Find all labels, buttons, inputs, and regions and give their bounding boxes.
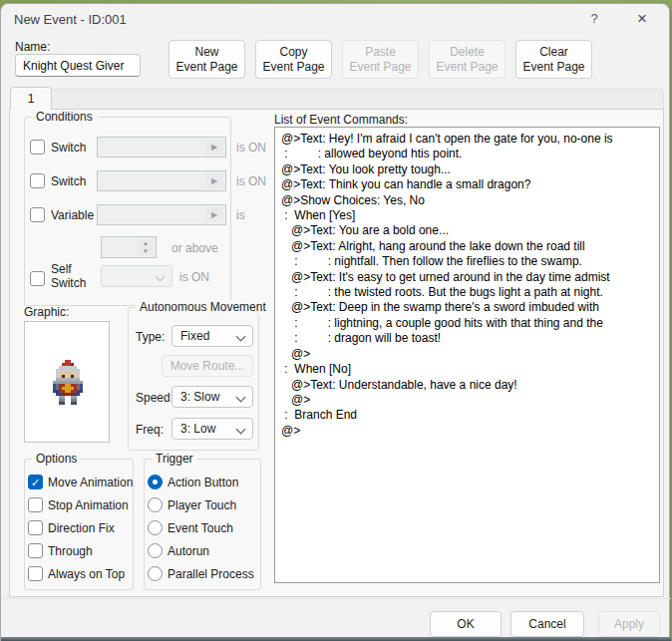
- command-line[interactable]: : : nightfall. Then follow the fireflies…: [281, 254, 653, 269]
- autonomous-movement-title: Autonomous Movement: [136, 300, 270, 314]
- spinner-up-icon[interactable]: ▲: [138, 239, 154, 247]
- event-commands-label: List of Event Commands:: [274, 113, 408, 127]
- speed-dropdown[interactable]: 3: Slow: [171, 386, 253, 408]
- command-line[interactable]: : : dragon will be toast!: [281, 331, 653, 346]
- name-label: Name:: [15, 40, 50, 54]
- copy-event-page-button[interactable]: Copy Event Page: [255, 40, 332, 79]
- command-line[interactable]: @>: [281, 424, 653, 439]
- delete-event-page-button[interactable]: Delete Event Page: [429, 40, 505, 79]
- autorun-radio[interactable]: [148, 543, 163, 558]
- event-touch-radio[interactable]: [148, 520, 163, 535]
- switch2-label: Switch: [51, 174, 86, 188]
- direction-fix-checkbox[interactable]: [28, 520, 43, 535]
- command-line[interactable]: @>Text: You look pretty tough...: [281, 162, 653, 177]
- switch1-picker-triangle-icon[interactable]: ▶: [205, 140, 223, 155]
- variable-checkbox[interactable]: [30, 207, 45, 222]
- event-touch-label: Event Touch: [168, 521, 233, 535]
- button-label: New: [194, 45, 218, 60]
- switch1-label: Switch: [51, 141, 86, 155]
- button-label: Copy: [279, 45, 307, 60]
- autorun-label: Autorun: [168, 544, 209, 558]
- clear-event-page-button[interactable]: Clear Event Page: [515, 40, 592, 79]
- graphic-box[interactable]: [24, 321, 110, 443]
- button-label: Event Page: [522, 60, 584, 75]
- command-line[interactable]: @>: [281, 347, 653, 362]
- always-on-top-checkbox[interactable]: [28, 566, 43, 581]
- player-touch-radio[interactable]: [148, 497, 163, 512]
- title-bar[interactable]: New Event - ID:001 ? ×: [1, 4, 669, 32]
- switch1-field[interactable]: ▶: [97, 137, 226, 158]
- command-line[interactable]: : When [No]: [281, 362, 653, 377]
- command-line[interactable]: @>Text: It's easy to get urned around in…: [281, 270, 653, 285]
- knight-sprite: [50, 360, 86, 405]
- variable-field[interactable]: ▶: [97, 204, 226, 225]
- conditions-title: Conditions: [32, 110, 97, 124]
- command-line[interactable]: : : the twisted roots. But the bugs ligh…: [281, 285, 653, 300]
- move-route-button[interactable]: Move Route...: [162, 355, 253, 377]
- direction-fix-label: Direction Fix: [48, 521, 115, 535]
- variable-value-spinner[interactable]: ▲ ▼: [101, 236, 157, 258]
- cancel-button[interactable]: Cancel: [510, 611, 584, 637]
- apply-button[interactable]: Apply: [598, 611, 660, 637]
- button-label: Clear: [539, 45, 568, 60]
- command-line[interactable]: : Branch End: [281, 408, 653, 423]
- close-icon[interactable]: ×: [627, 8, 657, 30]
- self-switch-checkbox[interactable]: [30, 271, 45, 286]
- command-line[interactable]: @>Text: Understandable, have a nice day!: [281, 378, 653, 393]
- type-dropdown[interactable]: Fixed: [171, 325, 253, 347]
- event-name-input[interactable]: [15, 54, 141, 77]
- button-label: Event Page: [349, 60, 411, 75]
- new-event-page-button[interactable]: New Event Page: [168, 40, 245, 79]
- spinner-down-icon[interactable]: ▼: [138, 247, 154, 255]
- trigger-title: Trigger: [152, 452, 197, 466]
- speed-label: Speed:: [136, 391, 173, 405]
- switch2-picker-triangle-icon[interactable]: ▶: [205, 173, 223, 188]
- through-checkbox[interactable]: [28, 543, 43, 558]
- tab-page-1[interactable]: 1: [10, 87, 52, 110]
- freq-dropdown[interactable]: 3: Low: [171, 418, 253, 440]
- window-title: New Event - ID:001: [14, 12, 127, 27]
- switch2-field[interactable]: ▶: [97, 170, 226, 191]
- switch2-checkbox[interactable]: [30, 173, 45, 188]
- paste-event-page-button[interactable]: Paste Event Page: [342, 40, 419, 79]
- command-line[interactable]: @>Text: Alright, hang around the lake do…: [281, 239, 653, 254]
- move-animation-label: Move Animation: [48, 476, 133, 489]
- move-route-label: Move Route...: [170, 359, 245, 373]
- action-button-radio[interactable]: [148, 475, 163, 489]
- command-line[interactable]: @>Show Choices: Yes, No: [281, 193, 653, 208]
- window-bottom-shadow: [1, 637, 671, 641]
- command-line[interactable]: @>Text: You are a bold one...: [281, 223, 653, 238]
- button-label: Event Page: [436, 60, 498, 75]
- parallel-process-radio[interactable]: [148, 566, 163, 581]
- stop-animation-checkbox[interactable]: [28, 497, 43, 512]
- parallel-process-label: Parallel Process: [168, 567, 254, 581]
- button-label: Event Page: [175, 60, 237, 75]
- switch1-checkbox[interactable]: [30, 140, 45, 155]
- chevron-down-icon: [156, 272, 166, 282]
- button-label: Paste: [365, 45, 396, 60]
- ok-button[interactable]: OK: [430, 611, 502, 637]
- command-line[interactable]: : When [Yes]: [281, 208, 653, 223]
- command-line[interactable]: @>: [281, 393, 653, 408]
- variable-picker-triangle-icon[interactable]: ▶: [205, 207, 223, 222]
- command-line[interactable]: : : lightning, a couple good hits with t…: [281, 316, 653, 331]
- command-line[interactable]: @>Text: Hey! I'm afraid I can't open the…: [281, 132, 653, 147]
- options-title: Options: [32, 452, 81, 466]
- freq-value: 3: Low: [180, 422, 215, 436]
- action-button-label: Action Button: [168, 476, 238, 489]
- chevron-down-icon: [236, 332, 246, 342]
- or-above-label: or above: [171, 241, 218, 255]
- always-on-top-label: Always on Top: [48, 567, 125, 581]
- command-line[interactable]: : : allowed beyond htis point.: [281, 147, 653, 161]
- help-button[interactable]: ?: [579, 8, 609, 30]
- move-animation-checkbox[interactable]: ✓: [28, 475, 43, 489]
- player-touch-label: Player Touch: [168, 498, 236, 512]
- freq-label: Freq:: [136, 423, 164, 437]
- footer-divider: [1, 598, 671, 599]
- self-switch-label: Self Switch: [51, 262, 97, 290]
- command-line[interactable]: @>Text: Think you can handle a small dra…: [281, 177, 653, 192]
- chevron-down-icon: [236, 393, 246, 403]
- event-commands-list[interactable]: @>Text: Hey! I'm afraid I can't open the…: [274, 127, 660, 583]
- self-switch-dropdown[interactable]: [101, 265, 172, 287]
- command-line[interactable]: @>Text: Deep in the swamp there's a swor…: [281, 300, 653, 315]
